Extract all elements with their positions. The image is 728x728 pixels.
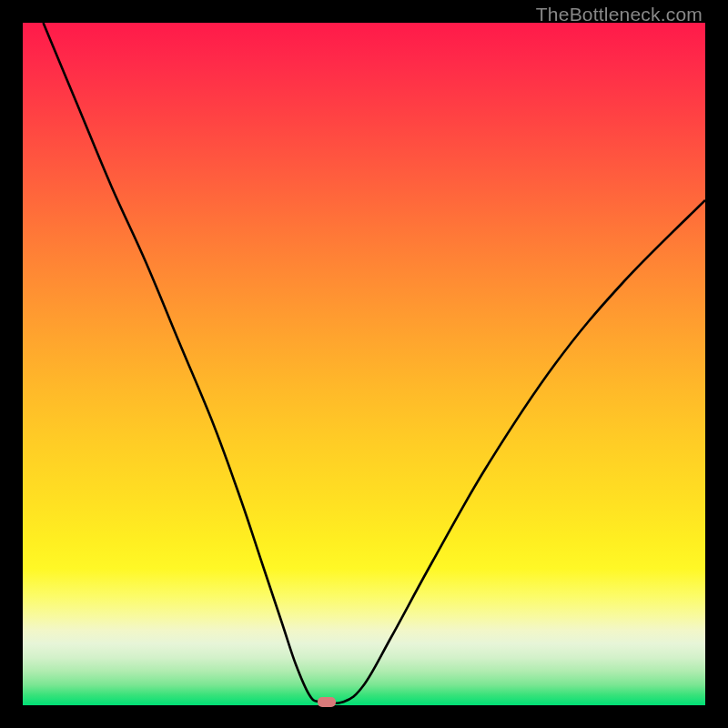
optimum-marker xyxy=(318,697,336,707)
plot-gradient-background xyxy=(23,23,705,705)
watermark-text: TheBottleneck.com xyxy=(536,4,703,25)
